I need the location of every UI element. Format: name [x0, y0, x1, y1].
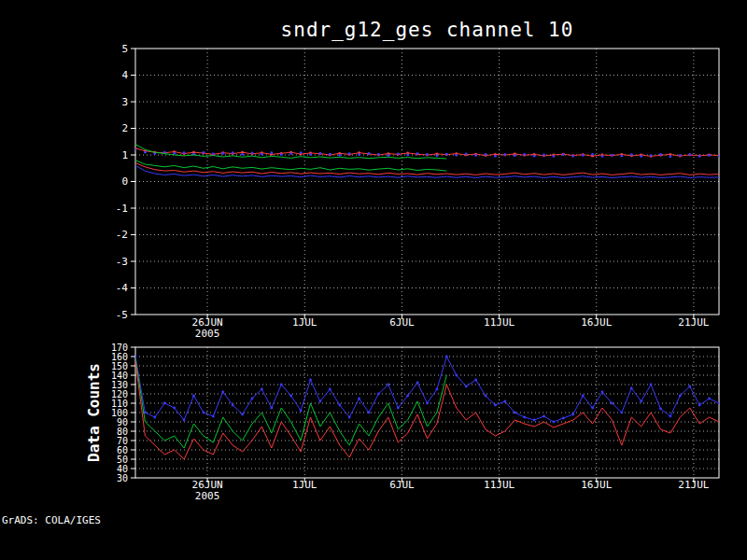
svg-text:120: 120 [111, 389, 128, 399]
svg-text:1JUL: 1JUL [292, 316, 317, 329]
svg-text:100: 100 [111, 408, 128, 418]
svg-text:0: 0 [121, 175, 128, 188]
svg-text:170: 170 [111, 343, 128, 353]
svg-text:6JUL: 6JUL [389, 316, 415, 329]
chart-canvas: -5-4-3-2-101234526JUN20051JUL6JUL11JUL16… [0, 0, 747, 560]
svg-text:-1: -1 [116, 203, 128, 215]
svg-text:160: 160 [111, 352, 128, 362]
svg-text:60: 60 [117, 445, 128, 455]
svg-text:-4: -4 [116, 282, 129, 294]
svg-text:11JUL: 11JUL [484, 316, 514, 329]
svg-text:70: 70 [117, 436, 128, 446]
svg-text:1JUL: 1JUL [292, 479, 317, 491]
svg-text:50: 50 [117, 455, 128, 465]
svg-text:-3: -3 [116, 256, 128, 268]
svg-text:16JUL: 16JUL [581, 316, 612, 329]
svg-text:11JUL: 11JUL [484, 479, 514, 491]
svg-text:4: 4 [121, 69, 128, 81]
grads-credit-text: GrADS: COLA/IGES [2, 514, 101, 526]
svg-text:21JUL: 21JUL [678, 316, 709, 329]
svg-text:90: 90 [117, 417, 128, 427]
svg-text:30: 30 [117, 473, 128, 483]
svg-text:1: 1 [121, 149, 128, 161]
svg-text:2005: 2005 [195, 328, 220, 340]
svg-text:2005: 2005 [195, 490, 220, 502]
y-axis-label-data-counts: Data Counts [85, 363, 103, 462]
svg-text:2: 2 [121, 122, 128, 134]
svg-text:140: 140 [111, 371, 128, 381]
svg-text:110: 110 [111, 399, 128, 409]
svg-text:-2: -2 [116, 229, 128, 241]
svg-text:130: 130 [111, 380, 128, 390]
svg-text:6JUL: 6JUL [389, 479, 415, 491]
svg-text:80: 80 [117, 427, 128, 437]
svg-text:5: 5 [121, 43, 128, 55]
svg-text:-5: -5 [116, 309, 128, 321]
svg-text:150: 150 [111, 361, 128, 371]
svg-text:16JUL: 16JUL [581, 479, 612, 491]
svg-text:3: 3 [121, 96, 128, 108]
svg-text:40: 40 [117, 464, 128, 474]
svg-text:21JUL: 21JUL [678, 479, 709, 491]
